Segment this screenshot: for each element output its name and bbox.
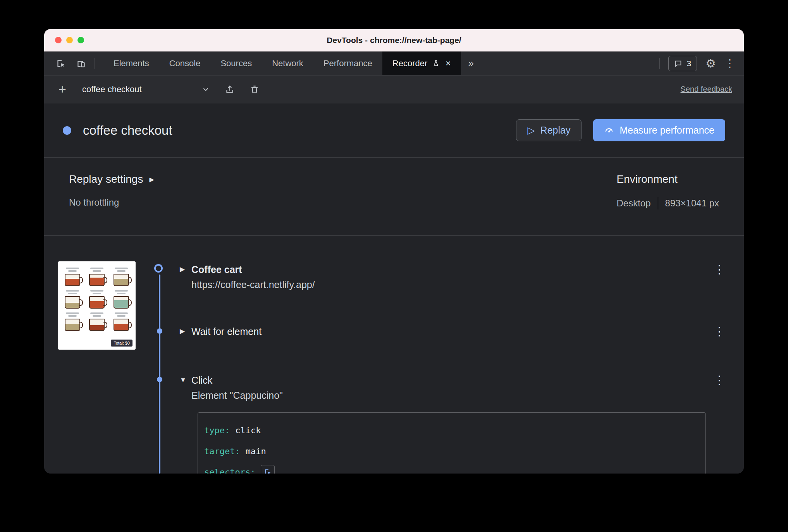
devtools-menu-button[interactable]: ⋮ bbox=[724, 58, 735, 69]
timeline-line bbox=[159, 275, 160, 474]
settings-row: Replay settings ▶ No throttling Environm… bbox=[44, 158, 744, 236]
thumbnail-product bbox=[110, 312, 132, 331]
add-recording-button[interactable]: + bbox=[56, 82, 69, 97]
thumbnail-product bbox=[62, 290, 83, 309]
gauge-icon bbox=[604, 125, 614, 136]
step-navigate[interactable]: ▶ Coffee cart https://coffee-cart.netlif… bbox=[180, 263, 725, 293]
more-tabs-button[interactable]: » bbox=[461, 57, 480, 69]
experiment-flask-icon bbox=[432, 60, 440, 67]
steps-list: ▶ Coffee cart https://coffee-cart.netlif… bbox=[180, 263, 725, 474]
close-tab-icon[interactable]: ✕ bbox=[445, 59, 451, 68]
chevron-down-icon bbox=[201, 85, 210, 94]
throttling-value: No throttling bbox=[69, 197, 154, 208]
device-toolbar-button[interactable] bbox=[76, 58, 86, 69]
thumbnail-total-badge: Total: $0 bbox=[111, 340, 132, 347]
recording-thumbnail: Total: $0 bbox=[58, 261, 136, 350]
tab-performance[interactable]: Performance bbox=[313, 51, 382, 75]
send-feedback-link[interactable]: Send feedback bbox=[681, 85, 732, 94]
thumbnail-product bbox=[62, 268, 83, 286]
export-icon bbox=[225, 84, 235, 94]
delete-recording-button[interactable] bbox=[249, 84, 260, 94]
step-subtitle: Element "Cappucino" bbox=[191, 387, 706, 404]
code-line-selectors: selectors: bbox=[204, 462, 699, 474]
step-title: Coffee cart bbox=[191, 263, 706, 276]
replay-settings-label: Replay settings bbox=[69, 173, 143, 185]
step-menu-button[interactable]: ⋮ bbox=[706, 263, 725, 276]
export-recording-button[interactable] bbox=[225, 84, 235, 94]
devtools-tabbar: Elements Console Sources Network Perform… bbox=[44, 51, 744, 76]
step-title: Wait for element bbox=[191, 325, 706, 338]
step-expand-icon[interactable]: ▶ bbox=[180, 263, 191, 276]
measure-performance-label: Measure performance bbox=[619, 125, 714, 136]
tab-recorder[interactable]: Recorder ✕ bbox=[382, 51, 461, 75]
tab-elements[interactable]: Elements bbox=[103, 51, 159, 75]
thumbnail-product bbox=[62, 312, 83, 331]
step-expand-icon[interactable]: ▶ bbox=[180, 325, 191, 338]
step-menu-button[interactable]: ⋮ bbox=[706, 374, 725, 387]
inspect-element-button[interactable] bbox=[56, 58, 66, 69]
toolbar-separator bbox=[95, 58, 95, 69]
selector-picker-button[interactable] bbox=[261, 465, 275, 474]
chat-bubble-icon bbox=[674, 59, 683, 68]
trash-icon bbox=[249, 84, 260, 94]
replay-button-label: Replay bbox=[540, 125, 571, 136]
recording-select-value: coffee checkout bbox=[82, 84, 142, 94]
toolbar-separator bbox=[659, 58, 660, 69]
environment-device: Desktop bbox=[616, 198, 650, 209]
disclosure-right-icon: ▶ bbox=[149, 176, 154, 183]
tab-sources[interactable]: Sources bbox=[210, 51, 262, 75]
step-click[interactable]: ▼ Click Element "Cappucino" type: click … bbox=[180, 374, 725, 474]
step-menu-button[interactable]: ⋮ bbox=[706, 325, 725, 338]
replay-settings-section: Replay settings ▶ No throttling bbox=[69, 173, 154, 235]
thumbnail-product bbox=[110, 290, 132, 309]
titlebar: DevTools - chrome://new-tab-page/ bbox=[44, 29, 744, 51]
replay-button[interactable]: ▷ Replay bbox=[516, 119, 582, 141]
recording-select[interactable]: coffee checkout bbox=[82, 84, 210, 94]
device-toolbar-icon bbox=[76, 58, 86, 69]
selector-picker-icon bbox=[264, 468, 272, 474]
step-wait-for-element[interactable]: ▶ Wait for element ⋮ bbox=[180, 325, 725, 338]
thumbnail-product bbox=[86, 312, 108, 331]
messages-count: 3 bbox=[686, 59, 691, 68]
timeline-step-dot bbox=[157, 377, 162, 382]
step-title: Click bbox=[191, 374, 706, 387]
record-dot-icon bbox=[63, 126, 71, 135]
thumbnail-product-grid bbox=[62, 268, 132, 331]
settings-gear-button[interactable]: ⚙ bbox=[705, 58, 716, 69]
tab-recorder-label: Recorder bbox=[392, 58, 427, 69]
inspect-cursor-icon bbox=[56, 58, 66, 69]
replay-settings-toggle[interactable]: Replay settings ▶ bbox=[69, 173, 154, 185]
devtools-window: DevTools - chrome://new-tab-page/ Elemen… bbox=[44, 29, 744, 474]
recording-title: coffee checkout bbox=[83, 123, 516, 138]
environment-section: Environment Desktop 893×1041 px bbox=[616, 173, 719, 235]
recorder-toolbar: + coffee checkout Send feedback bbox=[44, 76, 744, 103]
code-line-target: target: main bbox=[204, 441, 699, 462]
measure-performance-button[interactable]: Measure performance bbox=[593, 119, 725, 141]
window-title: DevTools - chrome://new-tab-page/ bbox=[44, 36, 744, 45]
step-collapse-icon[interactable]: ▼ bbox=[180, 374, 191, 387]
step-url: https://coffee-cart.netlify.app/ bbox=[191, 276, 706, 293]
code-line-type: type: click bbox=[204, 420, 699, 441]
step-code-editor[interactable]: type: click target: main selectors: bbox=[198, 412, 706, 474]
tab-network[interactable]: Network bbox=[262, 51, 313, 75]
environment-viewport: 893×1041 px bbox=[665, 198, 719, 209]
timeline-step-dot bbox=[157, 328, 162, 334]
thumbnail-product bbox=[86, 268, 108, 286]
thumbnail-product bbox=[110, 268, 132, 286]
thumbnail-product bbox=[86, 290, 108, 309]
environment-separator bbox=[658, 197, 658, 209]
timeline-start-marker bbox=[154, 264, 163, 273]
messages-badge[interactable]: 3 bbox=[668, 56, 697, 71]
environment-label: Environment bbox=[616, 173, 719, 185]
recording-header: coffee checkout ▷ Replay Measure perform… bbox=[44, 103, 744, 158]
steps-section: Total: $0 ▶ Coffee cart https://coffee-c… bbox=[44, 236, 744, 474]
tab-console[interactable]: Console bbox=[159, 51, 211, 75]
play-icon: ▷ bbox=[527, 125, 535, 136]
